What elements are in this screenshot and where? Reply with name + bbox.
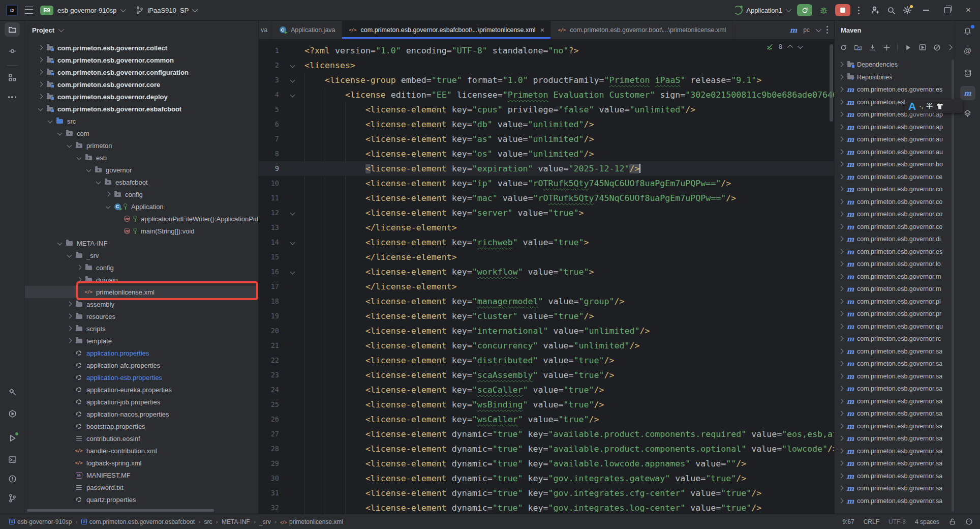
tree-item-com[interactable]: com [25,127,258,139]
maven-item-com.primeton.esb.governor.sa[interactable]: com.primeton.esb.governor.sa [835,432,955,445]
chevron-right-icon[interactable] [66,301,73,308]
vcs-branch-widget[interactable]: iPaaS910_SP [136,6,196,14]
tree-item-config[interactable]: config [25,188,258,200]
code-line-26[interactable]: 26 <license-element key="wsCaller" value… [259,412,834,427]
more-tool-windows-button[interactable] [5,90,20,104]
maven-item-com.primeton.esb.governor.es[interactable]: com.primeton.esb.governor.es [835,246,955,258]
code-line-16[interactable]: 16 <license-element key="workflow" value… [259,264,834,279]
close-button[interactable]: × [966,6,971,14]
tree-item-com.primeton.esb.governor.common[interactable]: com.primeton.esb.governor.common [25,54,258,66]
chevron-right-icon[interactable] [838,497,845,505]
database-tool-button[interactable] [960,66,975,80]
chevron-right-icon[interactable] [37,81,44,88]
chevron-right-icon[interactable] [838,273,845,280]
code-line-29[interactable]: 29 <license-element dynamic="true" key="… [259,456,834,471]
run-configuration-selector[interactable]: Application1 [733,6,790,15]
maven-item-com.primeton.esb.governor.pr[interactable]: com.primeton.esb.governor.pr [835,308,955,320]
maven-item-com.primeton.esb.governor.sa[interactable]: com.primeton.esb.governor.sa [835,420,955,433]
tab-options-icon[interactable] [826,26,828,34]
maven-item-com.primeton.esb.governor.sa[interactable]: com.primeton.esb.governor.sa [835,445,955,458]
maven-item-com.primeton.esb.governor.ce[interactable]: com.primeton.esb.governor.ce [835,171,955,184]
offline-mode-icon[interactable] [933,44,941,51]
tree-item-primeton[interactable]: primeton [25,139,258,152]
generate-sources-icon[interactable] [854,43,862,51]
chevron-right-icon[interactable] [838,198,845,205]
tab-primetonlicense-esbafcboot[interactable]: com.primeton.esb.governor.esbafcboot\...… [342,21,552,39]
chevron-right-icon[interactable] [37,69,44,76]
code-line-24[interactable]: 24 <license-element key="scaCaller" valu… [259,383,834,397]
tree-item-template[interactable]: template [25,335,258,347]
code-line-9[interactable]: 9 <license-element key="expiration" valu… [259,161,834,176]
code-line-5[interactable]: 5 <license-element key="cpus" privilege=… [259,102,834,117]
maven-item-com.primeton.esb.governor.co[interactable]: com.primeton.esb.governor.co [835,221,955,233]
chevron-down-icon[interactable] [56,130,64,137]
structure-tool-button[interactable] [5,70,20,84]
chevron-right-icon[interactable] [105,191,112,198]
tree-item-application-esb.properties[interactable]: application-esb.properties [25,371,258,384]
settings-button[interactable] [903,6,912,15]
tree-item-com.primeton.esb.governor.configuration[interactable]: com.primeton.esb.governor.configuration [25,66,258,78]
maven-item-com.primeton.esb.governor.au[interactable]: com.primeton.esb.governor.au [835,146,955,159]
chevron-right-icon[interactable] [838,124,845,131]
main-menu-icon[interactable] [25,7,33,14]
tree-item-main(String[]):void[interactable]: main(String[]):void [25,225,258,237]
chevron-right-icon[interactable] [838,385,845,392]
line-separator[interactable]: CRLF [864,518,879,525]
chevron-right-icon[interactable] [838,173,845,181]
chevron-right-icon[interactable] [66,313,73,320]
tab-application-java[interactable]: Application.java [272,21,342,39]
chevron-down-icon[interactable] [95,179,102,186]
code-editor[interactable]: 1<?xml version="1.0" encoding="UTF-8" st… [259,39,834,514]
project-panel-header[interactable]: Project [25,21,258,39]
project-tool-button[interactable] [5,22,20,37]
problems-tool-button[interactable] [5,472,20,486]
code-line-15[interactable]: 15 </license-element> [259,250,834,264]
chevron-right-icon[interactable] [76,264,83,271]
maven-item-com.primeton.esb.governor.co[interactable]: com.primeton.esb.governor.co [835,183,955,196]
code-line-2[interactable]: 2<licenses> [259,58,834,73]
code-line-12[interactable]: 12 <license-element key="server" value="… [259,205,834,220]
fold-chevron-icon[interactable] [290,63,295,68]
maven-item-com.primeton.esb.governor.au[interactable]: com.primeton.esb.governor.au [835,133,955,146]
chevron-right-icon[interactable] [838,373,845,380]
maven-item-com.primeton.esb.governor.sa[interactable]: com.primeton.esb.governor.sa [835,370,955,383]
code-line-31[interactable]: 31 <license-element dynamic="true" key="… [259,486,834,501]
maven-item-com.primeton.esb.governor.sa[interactable]: com.primeton.esb.governor.sa [835,495,955,508]
chevron-down-icon[interactable] [56,240,64,247]
chevron-right-icon[interactable] [37,93,44,100]
code-line-10[interactable]: 10 <license-element key="ip" value="rOTR… [259,176,834,191]
code-line-30[interactable]: 30 <license-element dynamic="true" key="… [259,471,834,486]
fold-chevron-icon[interactable] [290,270,295,275]
add-user-icon[interactable] [871,6,880,15]
chevron-right-icon[interactable] [838,260,845,268]
tree-item-handler-contribution.xml[interactable]: handler-contribution.xml [25,445,258,457]
maven-tool-button[interactable] [960,86,975,100]
breadcrumb-src[interactable]: src [204,518,212,525]
maven-item-com.primeton.esb.governor.sa[interactable]: com.primeton.esb.governor.sa [835,470,955,483]
maven-item-Repositories[interactable]: Repositories [835,71,955,84]
chevron-right-icon[interactable] [66,337,73,344]
chevron-right-icon[interactable] [838,86,845,93]
horizontal-scrollbar[interactable] [27,509,214,512]
chevron-right-icon[interactable] [946,44,952,50]
tree-item-application.properties[interactable]: application.properties [25,347,258,359]
chevron-right-icon[interactable] [838,323,845,330]
maven-item-com.primeton.esb.governor.m[interactable]: com.primeton.esb.governor.m [835,271,955,283]
maven-item-com.primeton.esb.governor.sa[interactable]: com.primeton.esb.governor.sa [835,457,955,470]
chevron-down-icon[interactable] [85,166,93,173]
maven-item-com.primeton.esb.governor.sa[interactable]: com.primeton.esb.governor.sa [835,358,955,370]
tree-item-esb[interactable]: esb [25,152,258,164]
code-line-4[interactable]: 4 <license edition="EE" licensee="Primet… [259,87,834,102]
code-line-14[interactable]: 14 <license-element key="richweb" value=… [259,235,834,250]
tree-item-contribution.eosinf[interactable]: contribution.eosinf [25,432,258,445]
run-tool-button[interactable] [5,431,20,445]
maven-item-com.primeton.esb.governor.rc[interactable]: com.primeton.esb.governor.rc [835,333,955,345]
chevron-right-icon[interactable] [838,285,845,292]
tree-item-application-job.properties[interactable]: application-job.properties [25,396,258,408]
tree-item-_srv[interactable]: _srv [25,249,258,261]
code-line-1[interactable]: 1<?xml version="1.0" encoding="UTF-8" st… [259,43,834,58]
chevron-right-icon[interactable] [838,485,845,492]
terminal-tool-button[interactable] [5,452,20,466]
tree-item-com.primeton.esb.governor.core[interactable]: com.primeton.esb.governor.core [25,78,258,91]
code-line-7[interactable]: 7 <license-element key="as" value="unlim… [259,132,834,146]
